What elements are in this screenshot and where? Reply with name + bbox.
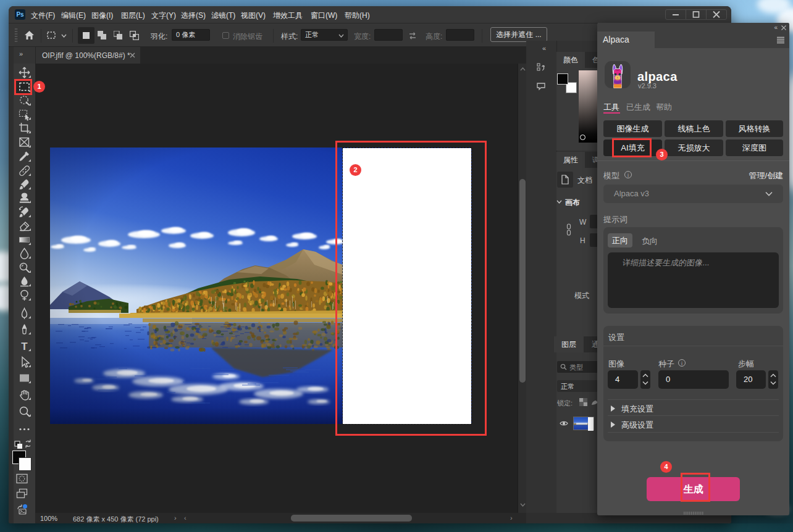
svg-text:T: T [21, 341, 28, 352]
